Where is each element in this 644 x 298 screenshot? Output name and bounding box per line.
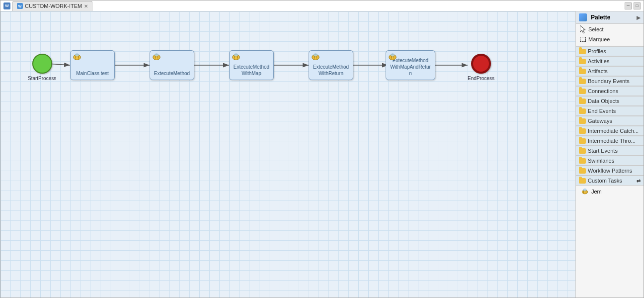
marquee-tool[interactable]: Marquee	[576, 35, 644, 44]
palette-section-connections[interactable]: Connections	[576, 86, 644, 96]
palette-section-activities[interactable]: Activities	[576, 56, 644, 66]
select-tool-label: Select	[588, 26, 604, 32]
title-bar: W W CUSTOM-WORK-ITEM ✕ ─ □	[0, 0, 644, 11]
task-mainclass-box: MainClass test	[70, 50, 115, 80]
palette-expand-arrow[interactable]: ▶	[637, 15, 641, 20]
palette-header: Palette ▶	[576, 11, 644, 24]
palette-section-start-events[interactable]: Start Events	[576, 146, 644, 156]
canvas-area[interactable]: StartProcess MainClass test	[0, 11, 575, 298]
palette-section-boundary-events[interactable]: Boundary Events	[576, 76, 644, 86]
section-profiles-label: Profiles	[588, 48, 606, 54]
section-swim-label: Swimlanes	[588, 158, 614, 164]
section-data-label: Data Objects	[588, 98, 620, 104]
select-tool[interactable]: Select	[576, 24, 644, 35]
window-controls: ─ □	[625, 2, 641, 9]
folder-icon-profiles	[579, 49, 586, 54]
section-gateways-label: Gateways	[588, 118, 612, 124]
folder-icon-connections	[579, 89, 586, 94]
section-start-label: Start Events	[588, 148, 618, 154]
custom-tasks-expand[interactable]: ⇄	[637, 178, 641, 184]
tab-label: CUSTOM-WORK-ITEM	[25, 3, 82, 9]
task-extecute-return[interactable]: ExtecuteMethodWithReturn	[309, 50, 353, 80]
task-extecute-box: ExtecuteMethod	[150, 50, 194, 80]
svg-point-18	[234, 54, 238, 56]
palette-section-intermediate-catch[interactable]: Intermediate Catch...	[576, 126, 644, 136]
section-connections-label: Connections	[588, 88, 618, 94]
start-event-shape	[32, 54, 52, 74]
svg-point-14	[155, 54, 158, 56]
section-int-throw-label: Intermediate Thro...	[588, 138, 636, 144]
end-event-node[interactable]: EndProcess	[468, 54, 494, 81]
section-workflow-label: Workflow Patterns	[588, 168, 632, 174]
folder-icon-workflow	[579, 168, 586, 174]
jem-label: Jem	[591, 189, 602, 195]
bee-icon-2	[152, 53, 161, 62]
end-event-label: EndProcess	[468, 76, 494, 81]
custom-tasks-header[interactable]: Custom Tasks ⇄	[576, 176, 644, 186]
task-extecute-map-box: ExtecuteMethodWithMap	[229, 50, 274, 80]
section-boundary-label: Boundary Events	[588, 78, 630, 84]
palette-section-workflow[interactable]: Workflow Patterns	[576, 166, 644, 176]
palette-section-end-events[interactable]: End Events	[576, 106, 644, 116]
folder-icon-boundary	[579, 79, 586, 84]
section-artifacts-label: Artifacts	[588, 68, 608, 74]
palette-section-profiles[interactable]: Profiles	[576, 46, 644, 56]
palette-section-intermediate-throw[interactable]: Intermediate Thro...	[576, 136, 644, 146]
svg-point-26	[391, 54, 394, 56]
folder-icon-swim	[579, 158, 586, 164]
select-cursor-icon	[580, 25, 586, 33]
bee-icon-5	[388, 53, 397, 62]
start-event-label: StartProcess	[28, 76, 56, 81]
task-extecute-map-label: ExtecuteMethodWithMap	[234, 64, 269, 77]
folder-icon-custom	[579, 178, 586, 184]
end-event-shape	[471, 54, 491, 74]
app-icon: W	[3, 2, 10, 9]
palette-section-swimlanes[interactable]: Swimlanes	[576, 156, 644, 166]
task-mainclass[interactable]: MainClass test	[70, 50, 115, 80]
palette-separator-1	[576, 45, 644, 45]
svg-point-22	[314, 54, 317, 56]
tab-icon: W	[17, 3, 23, 9]
palette-header-label: Palette	[591, 14, 610, 21]
svg-point-10	[75, 54, 79, 56]
task-extecute-map[interactable]: ExtecuteMethodWithMap	[229, 50, 274, 80]
task-extecute-return-box: ExtecuteMethodWithReturn	[309, 50, 353, 80]
palette-panel: Palette ▶ Select Marquee Profiles	[575, 11, 644, 298]
start-event-node[interactable]: StartProcess	[28, 54, 56, 81]
folder-icon-start	[579, 148, 586, 154]
section-end-label: End Events	[588, 108, 616, 114]
task-extecute-return-label: ExtecuteMethodWithReturn	[313, 64, 349, 77]
task-extecute-mapreturn-box: ExtecuteMethodWithMapAndReturn	[386, 50, 435, 80]
task-extecute-label: ExtecuteMethod	[154, 70, 190, 77]
folder-icon-artifacts	[579, 69, 586, 74]
tab-close-button[interactable]: ✕	[84, 3, 88, 9]
tab-custom-work-item[interactable]: W CUSTOM-WORK-ITEM ✕	[12, 1, 92, 11]
task-extecute[interactable]: ExtecuteMethod	[150, 50, 194, 80]
folder-icon-gateways	[579, 118, 586, 124]
restore-button[interactable]: □	[634, 2, 641, 9]
svg-marker-27	[580, 25, 585, 33]
folder-icon-data	[579, 99, 586, 104]
jem-bee-icon	[581, 188, 589, 196]
app-window: W W CUSTOM-WORK-ITEM ✕ ─ □	[0, 0, 644, 298]
task-mainclass-label: MainClass test	[76, 70, 109, 77]
marquee-tool-label: Marquee	[588, 36, 610, 42]
bee-icon	[73, 53, 81, 62]
bee-icon-3	[232, 53, 241, 62]
folder-icon-end	[579, 108, 586, 114]
palette-section-gateways[interactable]: Gateways	[576, 116, 644, 126]
palette-section-data-objects[interactable]: Data Objects	[576, 96, 644, 106]
folder-icon-int-catch	[579, 128, 586, 134]
section-int-catch-label: Intermediate Catch...	[588, 128, 639, 134]
task-extecute-mapreturn[interactable]: ExtecuteMethodWithMapAndReturn	[386, 50, 435, 80]
custom-tasks-label: Custom Tasks	[588, 178, 622, 184]
marquee-icon	[580, 37, 586, 42]
minimize-button[interactable]: ─	[625, 2, 632, 9]
palette-section-artifacts[interactable]: Artifacts	[576, 66, 644, 76]
folder-icon-activities	[579, 59, 586, 64]
svg-point-31	[583, 189, 586, 191]
custom-task-jem[interactable]: Jem	[576, 186, 644, 198]
section-activities-label: Activities	[588, 58, 609, 64]
palette-icon	[579, 13, 587, 21]
folder-icon-int-throw	[579, 138, 586, 144]
